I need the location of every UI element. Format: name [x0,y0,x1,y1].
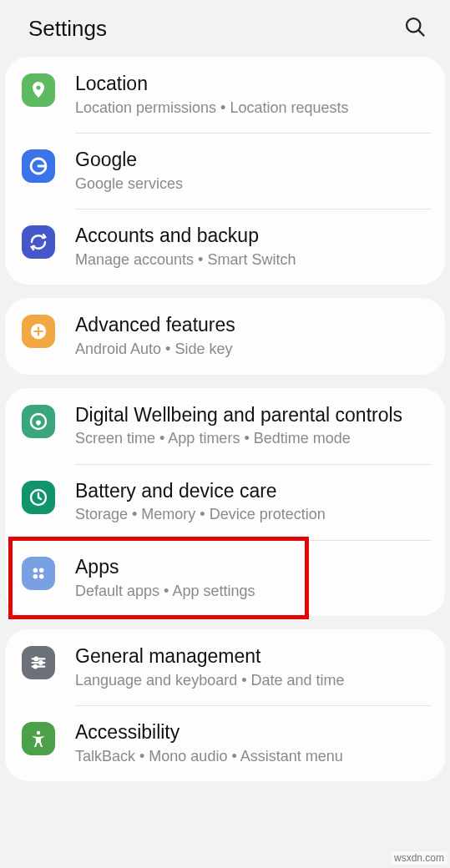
item-text: LocationLocation permissions • Location … [75,72,432,118]
item-title: Apps [75,555,432,579]
item-text: Accounts and backupManage accounts • Sma… [75,224,432,270]
search-button[interactable] [403,15,427,42]
gear-plus-icon [22,315,55,348]
svg-point-7 [33,568,38,573]
item-subtitle: Language and keyboard • Date and time [75,671,432,690]
svg-point-8 [39,568,43,573]
item-subtitle: TalkBack • Mono audio • Assistant menu [75,747,432,766]
sync-icon [22,225,55,259]
item-subtitle: Screen time • App timers • Bedtime mode [75,429,432,448]
svg-point-9 [33,574,38,579]
svg-point-14 [39,661,43,664]
item-subtitle: Google services [75,174,432,194]
settings-group: LocationLocation permissions • Location … [5,57,445,285]
settings-item-location[interactable]: LocationLocation permissions • Location … [5,57,445,133]
header: Settings [0,0,450,57]
svg-point-12 [34,658,38,661]
settings-item-advanced[interactable]: Advanced featuresAndroid Auto • Side key [5,298,445,374]
item-title: Battery and device care [75,479,432,503]
item-subtitle: Location permissions • Location requests [75,98,432,118]
apps-icon [22,557,55,590]
item-title: Advanced features [75,313,432,337]
svg-point-17 [37,731,40,734]
item-subtitle: Default apps • App settings [75,582,432,601]
settings-item-digital-wellbeing[interactable]: Digital Wellbeing and parental controlsS… [5,388,445,464]
location-icon [22,73,55,107]
item-text: Advanced featuresAndroid Auto • Side key [75,313,432,359]
item-title: Accessibility [75,720,432,744]
item-text: AccessibilityTalkBack • Mono audio • Ass… [75,720,432,766]
settings-group: Advanced featuresAndroid Auto • Side key [5,298,445,374]
care-icon [22,481,55,514]
accessibility-icon [22,722,55,755]
item-text: Digital Wellbeing and parental controlsS… [75,403,432,449]
sliders-icon [22,646,55,679]
item-text: GoogleGoogle services [75,148,432,194]
svg-point-16 [34,665,38,669]
svg-line-1 [418,30,423,35]
svg-point-2 [36,85,40,89]
settings-item-apps[interactable]: AppsDefault apps • App settings [5,540,445,616]
svg-point-10 [39,574,43,579]
item-title: Location [75,72,432,96]
settings-group: Digital Wellbeing and parental controlsS… [5,388,445,616]
item-title: General management [75,644,432,669]
search-icon [403,15,427,38]
settings-item-google[interactable]: GoogleGoogle services [5,133,445,209]
item-subtitle: Android Auto • Side key [75,340,432,359]
item-title: Digital Wellbeing and parental controls [75,403,432,427]
watermark: wsxdn.com [392,851,447,865]
item-text: AppsDefault apps • App settings [75,555,432,601]
item-subtitle: Manage accounts • Smart Switch [75,250,432,270]
page-title: Settings [28,16,107,42]
settings-item-battery[interactable]: Battery and device careStorage • Memory … [5,464,445,540]
item-title: Accounts and backup [75,224,432,248]
wellbeing-icon [22,405,55,438]
google-icon [22,149,55,183]
settings-item-general[interactable]: General managementLanguage and keyboard … [5,629,445,705]
settings-item-accessibility[interactable]: AccessibilityTalkBack • Mono audio • Ass… [5,705,445,781]
item-text: Battery and device careStorage • Memory … [75,479,432,525]
settings-item-accounts[interactable]: Accounts and backupManage accounts • Sma… [5,209,445,285]
settings-group: General managementLanguage and keyboard … [5,629,445,781]
item-text: General managementLanguage and keyboard … [75,644,432,690]
item-subtitle: Storage • Memory • Device protection [75,505,432,524]
item-title: Google [75,148,432,172]
